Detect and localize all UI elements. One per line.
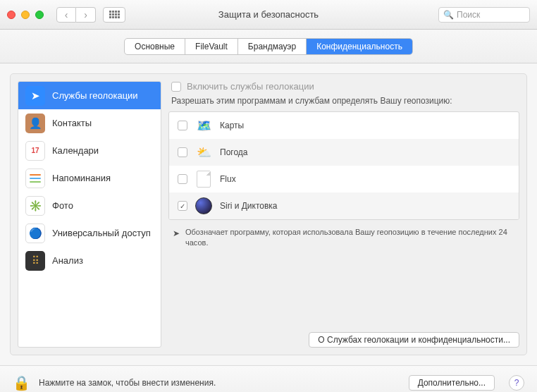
app-label-weather: Погода: [220, 147, 248, 157]
lock-icon[interactable]: 🔒: [13, 374, 30, 391]
sidebar-item-reminders[interactable]: Напоминания: [18, 164, 161, 192]
app-row-maps: 🗺️ Карты: [169, 112, 519, 139]
nav-buttons: ‹ ›: [56, 7, 96, 23]
app-label-siri: Siri и Диктовка: [220, 201, 278, 211]
contacts-icon: 👤: [25, 114, 45, 133]
siri-icon: [195, 197, 213, 215]
photos-icon: ✳️: [25, 196, 45, 216]
maps-icon: 🗺️: [195, 116, 213, 135]
search-placeholder: Поиск: [457, 10, 480, 20]
sidebar-item-analytics[interactable]: ⠿ Анализ: [18, 247, 161, 274]
recent-usage-note: ➤ Обозначает программу, которая использо…: [168, 220, 519, 249]
search-icon: 🔍: [443, 10, 454, 20]
zoom-window-button[interactable]: [35, 11, 44, 19]
show-all-preferences-button[interactable]: [103, 7, 125, 23]
help-button[interactable]: ?: [509, 375, 524, 391]
tab-filevault[interactable]: FileVault: [185, 39, 238, 54]
tab-bar: Основные FileVault Брандмауэр Конфиденци…: [0, 30, 537, 63]
tab-general[interactable]: Основные: [125, 39, 185, 54]
app-label-maps: Карты: [220, 121, 244, 130]
sidebar-label-calendars: Календари: [52, 145, 99, 156]
sidebar-label-reminders: Напоминания: [52, 173, 111, 183]
sidebar-label-analytics: Анализ: [52, 255, 83, 266]
app-checkbox-flux[interactable]: [178, 174, 187, 184]
app-row-siri: Siri и Диктовка: [169, 192, 519, 219]
app-row-flux: Flux: [169, 166, 519, 192]
about-row: О Службах геолокации и конфиденциальност…: [168, 324, 519, 348]
app-checkbox-maps[interactable]: [178, 121, 187, 130]
sidebar-label-contacts: Контакты: [52, 118, 92, 128]
app-checkbox-weather[interactable]: [178, 147, 187, 157]
recent-usage-text: Обозначает программу, которая использова…: [185, 227, 515, 249]
window-title: Защита и безопасность: [218, 9, 319, 20]
accessibility-icon: 🔵: [25, 223, 45, 243]
enable-location-label: Включить службы геолокации: [187, 81, 314, 92]
weather-icon: ⛅: [195, 143, 213, 161]
pane-footer: 🔒 Нажмите на замок, чтобы внести изменен…: [0, 365, 537, 392]
back-button[interactable]: ‹: [56, 7, 76, 23]
location-icon: ➤: [25, 86, 45, 106]
analytics-icon: ⠿: [25, 251, 45, 271]
app-permission-list: 🗺️ Карты ⛅ Погода Flux Siri и Диктовка: [168, 111, 519, 220]
sidebar-label-location: Службы геолокации: [52, 90, 138, 101]
sidebar-label-accessibility: Универсальный доступ: [52, 228, 151, 238]
about-location-button[interactable]: О Службах геолокации и конфиденциальност…: [309, 332, 519, 348]
enable-location-checkbox[interactable]: [171, 82, 181, 92]
traffic-lights: [7, 11, 44, 19]
privacy-category-list: ➤ Службы геолокации 👤 Контакты 17 Календ…: [18, 81, 161, 348]
app-checkbox-siri[interactable]: [178, 201, 187, 211]
lock-hint-text: Нажмите на замок, чтобы внести изменения…: [39, 378, 216, 388]
flux-icon: [195, 170, 213, 188]
grid-icon: [109, 11, 120, 18]
sidebar-item-photos[interactable]: ✳️ Фото: [18, 192, 161, 219]
tab-privacy[interactable]: Конфиденциальность: [307, 39, 412, 54]
sidebar-item-contacts[interactable]: 👤 Контакты: [18, 109, 161, 137]
app-label-flux: Flux: [220, 174, 236, 184]
enable-location-row: Включить службы геолокации: [168, 81, 519, 96]
privacy-panel: ➤ Службы геолокации 👤 Контакты 17 Календ…: [10, 73, 527, 355]
location-arrow-icon: ➤: [173, 228, 180, 250]
advanced-button[interactable]: Дополнительно...: [409, 375, 495, 391]
tab-firewall[interactable]: Брандмауэр: [238, 39, 307, 54]
window-titlebar: ‹ › Защита и безопасность 🔍 Поиск: [0, 0, 537, 30]
enable-location-description: Разрешать этим программам и службам опре…: [168, 96, 519, 111]
calendar-icon: 17: [25, 141, 45, 161]
app-row-weather: ⛅ Погода: [169, 139, 519, 166]
sidebar-label-photos: Фото: [52, 200, 73, 211]
minimize-window-button[interactable]: [21, 11, 30, 19]
location-content: Включить службы геолокации Разрешать эти…: [168, 81, 519, 348]
sidebar-item-location[interactable]: ➤ Службы геолокации: [18, 82, 161, 109]
search-field[interactable]: 🔍 Поиск: [438, 7, 530, 23]
tabs-group: Основные FileVault Брандмауэр Конфиденци…: [124, 38, 413, 55]
close-window-button[interactable]: [7, 11, 16, 19]
sidebar-item-calendars[interactable]: 17 Календари: [18, 137, 161, 164]
forward-button[interactable]: ›: [76, 7, 96, 23]
reminders-icon: [25, 169, 45, 188]
sidebar-item-accessibility[interactable]: 🔵 Универсальный доступ: [18, 219, 161, 247]
